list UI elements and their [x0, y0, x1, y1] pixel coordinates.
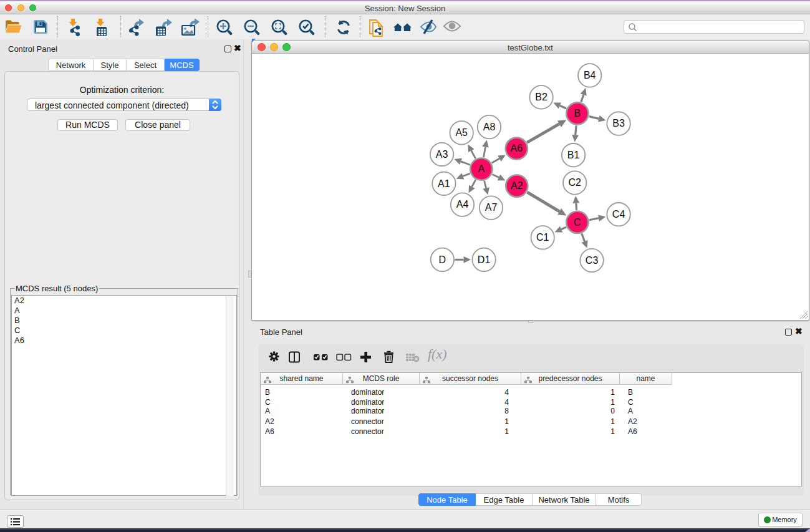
svg-text:B: B [574, 108, 581, 118]
svg-text:D1: D1 [478, 254, 491, 265]
svg-text:A2: A2 [511, 180, 523, 191]
svg-text:C3: C3 [586, 255, 599, 266]
svg-text:B3: B3 [612, 118, 625, 128]
svg-text:A7: A7 [485, 202, 498, 213]
svg-text:B2: B2 [535, 92, 547, 102]
svg-text:B1: B1 [567, 150, 580, 160]
svg-text:A8: A8 [483, 122, 496, 132]
svg-text:A6: A6 [511, 143, 523, 153]
svg-text:C2: C2 [568, 177, 581, 188]
svg-text:A4: A4 [456, 199, 469, 210]
svg-text:B4: B4 [584, 70, 596, 80]
svg-text:D: D [439, 254, 446, 265]
svg-text:C: C [574, 217, 581, 228]
svg-text:A3: A3 [436, 149, 448, 160]
svg-text:A: A [478, 163, 485, 174]
svg-text:A1: A1 [438, 178, 450, 189]
svg-text:C1: C1 [536, 232, 549, 243]
svg-text:C4: C4 [612, 209, 625, 220]
svg-text:A5: A5 [455, 127, 468, 138]
